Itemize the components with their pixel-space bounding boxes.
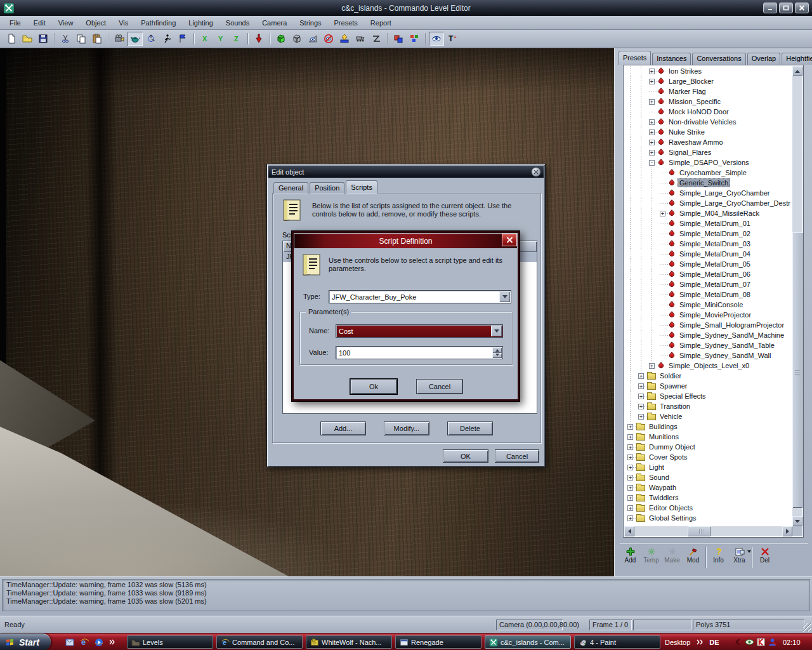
tree-expand-plus[interactable]: +	[638, 373, 644, 379]
tree-item[interactable]: Simple_MetalDrum_03	[624, 239, 792, 249]
tree-item[interactable]: +Simple_M04_MissileRack	[624, 208, 792, 218]
tree-expand-plus[interactable]: +	[627, 505, 633, 511]
menu-item-file[interactable]: File	[3, 17, 27, 29]
camera-mode-button[interactable]	[112, 32, 127, 46]
tree-item[interactable]: +Munitions	[624, 432, 792, 442]
tree-expand-plus[interactable]: +	[627, 495, 633, 501]
polygon-button[interactable]	[369, 32, 384, 46]
tree-item[interactable]: +Mission_Specific	[624, 96, 792, 107]
open-folder-button[interactable]	[20, 32, 35, 46]
tree-expand-plus[interactable]: +	[649, 129, 655, 135]
horizontal-scrollbar[interactable]	[624, 526, 792, 536]
tree-item[interactable]: Simple_MetalDrum_04	[624, 249, 792, 259]
tree-item[interactable]: +Buildings	[624, 421, 792, 432]
tree-expand-plus[interactable]: +	[638, 383, 644, 389]
scroll-right-button[interactable]	[782, 526, 792, 536]
scroll-down-button[interactable]	[792, 516, 802, 526]
ok-button[interactable]: Ok	[350, 379, 397, 394]
tree-item[interactable]: +Spawner	[624, 381, 792, 391]
del-preset-button[interactable]: Del	[754, 547, 775, 564]
tree-expand-plus[interactable]: +	[649, 79, 655, 84]
tree-item[interactable]: +Simple_Objects_Level_x0	[624, 361, 792, 371]
menu-item-lighting[interactable]: Lighting	[182, 17, 219, 29]
param-name-combobox[interactable]: Cost	[336, 324, 503, 338]
ok-button[interactable]: OK	[443, 449, 488, 463]
tree-item[interactable]: Simple_Sydney_SandM_Machine	[624, 330, 792, 340]
tree-expand-plus[interactable]: +	[649, 69, 655, 74]
param-value-field[interactable]: 100	[336, 346, 503, 359]
spin-down-icon[interactable]	[492, 353, 502, 359]
taskbar-task-whitewolf-nach[interactable]: WhiteWolf - Nach...	[306, 635, 392, 649]
menu-item-edit[interactable]: Edit	[27, 17, 52, 29]
tree-item[interactable]: +Nuke Strike	[624, 127, 792, 137]
tree-expand-plus[interactable]: +	[627, 515, 633, 521]
tree-item[interactable]: Simple_MetalDrum_08	[624, 289, 792, 300]
tree-expand-plus[interactable]: +	[627, 444, 633, 450]
object-mode-button[interactable]	[128, 32, 143, 46]
scroll-left-button[interactable]	[624, 526, 634, 536]
axis-y-button[interactable]: Y	[213, 32, 228, 46]
tree-item[interactable]: +Dummy Object	[624, 442, 792, 452]
menu-item-sounds[interactable]: Sounds	[219, 17, 256, 29]
script-definition-titlebar[interactable]: Script Definition	[294, 234, 517, 248]
tree-expand-plus[interactable]: +	[627, 485, 633, 491]
messenger-icon[interactable]	[768, 637, 777, 647]
tree-item[interactable]: +Twiddlers	[624, 493, 792, 503]
internet-explorer-icon[interactable]: e	[79, 637, 89, 647]
tab-general[interactable]: General	[273, 182, 308, 194]
tree-item[interactable]: +Special Effects	[624, 391, 792, 401]
tray-chevron-icon[interactable]	[733, 637, 743, 647]
tree-expand-plus[interactable]: +	[649, 363, 655, 369]
overflow-chevron-icon[interactable]	[108, 639, 115, 646]
tree-item[interactable]: +Waypath	[624, 482, 792, 493]
edit-object-titlebar[interactable]: Edit object	[268, 166, 544, 178]
taskbar-task-command-and-co[interactable]: eCommand and Co...	[216, 635, 303, 649]
antivirus-eye-icon[interactable]	[745, 637, 754, 647]
solid-cube-button[interactable]	[273, 32, 289, 46]
menu-item-pathfinding[interactable]: Pathfinding	[134, 17, 182, 29]
taskbar-task-renegade[interactable]: Renegade	[395, 635, 481, 649]
resize-grip[interactable]	[803, 623, 811, 632]
tree-item[interactable]: +Signal_Flares	[624, 147, 792, 157]
tree-item[interactable]: +Global Settings	[624, 513, 792, 523]
text-scale-button[interactable]: T+	[445, 32, 460, 46]
tree-expand-plus[interactable]: +	[627, 475, 633, 481]
language-indicator[interactable]: DE	[709, 639, 719, 646]
menu-item-view[interactable]: View	[52, 17, 80, 29]
tree-expand-plus[interactable]: +	[638, 414, 644, 420]
tree-item[interactable]: Simple_MetalDrum_05	[624, 259, 792, 269]
tree-item[interactable]: +Ion Strikes	[624, 66, 792, 76]
tree-item[interactable]: Simple_Small_HologramProjector	[624, 320, 792, 330]
save-button[interactable]	[36, 32, 51, 46]
media-player-icon[interactable]	[94, 637, 104, 647]
add-preset-button[interactable]: Add	[620, 547, 641, 564]
tree-item[interactable]: +Transition	[624, 401, 792, 411]
xtra-preset-button[interactable]: Xtra	[729, 547, 750, 564]
add-script-button[interactable]: Add...	[320, 421, 366, 435]
tree-expand-plus[interactable]: +	[627, 465, 633, 470]
tree-expand-plus[interactable]: +	[627, 424, 633, 430]
tree-item[interactable]: +Light	[624, 462, 792, 472]
tree-expand-plus[interactable]: +	[638, 404, 644, 409]
tree-expand-plus[interactable]: +	[649, 119, 655, 125]
tree-item[interactable]: +Soldier	[624, 371, 792, 381]
tree-item[interactable]: Marker Flag	[624, 86, 792, 96]
edit-object-close-icon[interactable]	[532, 168, 540, 176]
tree-item[interactable]: +Non-drivable Vehicles	[624, 117, 792, 127]
tree-item[interactable]: +Raveshaw Ammo	[624, 137, 792, 147]
vertical-scrollbar[interactable]	[792, 66, 802, 526]
tree-item[interactable]: Simple_MetalDrum_01	[624, 218, 792, 229]
cut-button[interactable]	[58, 32, 73, 46]
tree-item[interactable]: +Editor Objects	[624, 503, 792, 513]
tab-overlap[interactable]: Overlap	[747, 53, 781, 65]
axis-z-button[interactable]: Z	[229, 32, 244, 46]
ungroup-cubes-button[interactable]	[407, 32, 422, 46]
tree-item[interactable]: Simple_Large_CryoChamber_Destr	[624, 198, 792, 208]
tree-item[interactable]: Simple_MetalDrum_06	[624, 269, 792, 279]
tree-expand-plus[interactable]: +	[649, 140, 655, 145]
delete-script-button[interactable]: Delete	[447, 421, 493, 435]
tree-item[interactable]: +Cover Spots	[624, 452, 792, 462]
axis-x-button[interactable]: X	[197, 32, 213, 46]
drop-to-ground-button[interactable]	[251, 32, 266, 46]
menu-item-report[interactable]: Report	[364, 17, 398, 29]
